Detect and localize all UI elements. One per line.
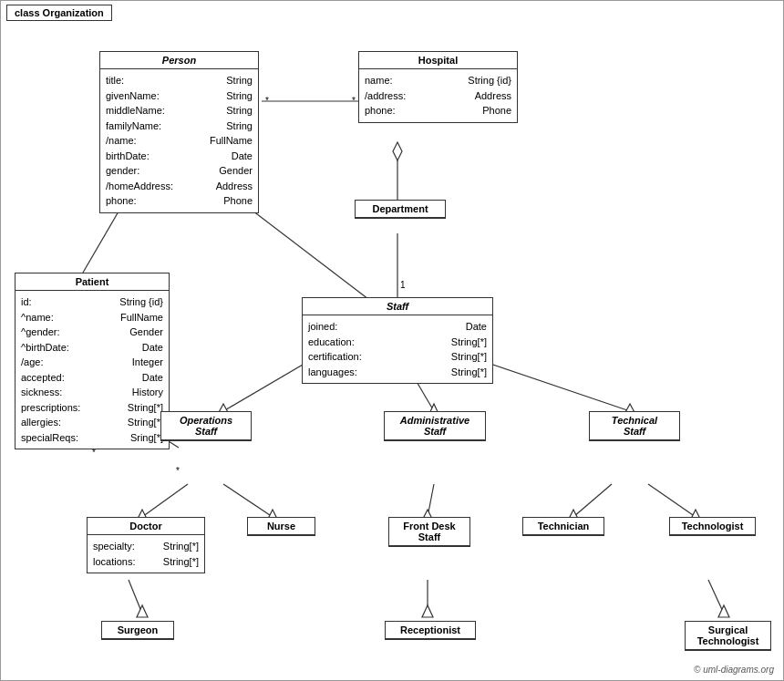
person-attrs: title:String givenName:String middleName…	[100, 69, 258, 212]
surgical-technologist-title: SurgicalTechnologist	[686, 622, 770, 650]
svg-line-23	[648, 484, 696, 517]
class-staff: Staff joined:Date education:String[*] ce…	[302, 297, 493, 384]
class-front-desk-staff: Front DeskStaff	[388, 517, 470, 547]
doctor-attrs: specialty:String[*] locations:String[*]	[88, 535, 204, 573]
surgeon-title: Surgeon	[102, 622, 173, 639]
nurse-title: Nurse	[248, 518, 315, 535]
class-technologist: Technologist	[669, 517, 756, 536]
patient-attrs: id:String {id} ^name:FullName ^gender:Ge…	[15, 291, 169, 449]
svg-line-21	[573, 484, 612, 517]
class-technician: Technician	[522, 517, 604, 536]
class-technical-staff: TechnicalStaff	[589, 411, 680, 441]
administrative-staff-title: AdministrativeStaff	[385, 412, 485, 440]
class-surgeon: Surgeon	[101, 621, 174, 640]
hospital-title: Hospital	[359, 52, 517, 69]
class-department: Department	[355, 200, 446, 219]
copyright-text: © uml-diagrams.org	[694, 665, 774, 675]
mult-hospital-person-1: *	[352, 96, 356, 106]
staff-title: Staff	[303, 298, 492, 315]
technical-staff-title: TechnicalStaff	[590, 412, 679, 440]
class-doctor: Doctor specialty:String[*] locations:Str…	[87, 517, 205, 573]
department-title: Department	[356, 201, 445, 218]
class-hospital: Hospital name:String {id} /address:Addre…	[358, 51, 518, 123]
hospital-attrs: name:String {id} /address:Address phone:…	[359, 69, 517, 122]
technologist-title: Technologist	[670, 518, 755, 535]
operations-staff-title: OperationsStaff	[161, 412, 251, 440]
mult-dept-staff-1: 1	[400, 280, 406, 290]
diagram-container: class Organization	[0, 0, 784, 681]
mult-person-hospital-1: *	[265, 96, 269, 106]
svg-line-17	[223, 484, 273, 517]
staff-attrs: joined:Date education:String[*] certific…	[303, 315, 492, 383]
person-title: Person	[100, 52, 258, 69]
svg-line-29	[708, 580, 724, 614]
svg-marker-6	[393, 142, 402, 160]
receptionist-title: Receptionist	[386, 622, 475, 639]
diagram-title: class Organization	[15, 7, 104, 18]
diagram-label: class Organization	[6, 5, 112, 21]
svg-marker-30	[718, 605, 729, 617]
doctor-title: Doctor	[88, 518, 204, 535]
copyright: © uml-diagrams.org	[694, 665, 774, 675]
class-receptionist: Receptionist	[385, 621, 476, 640]
class-operations-staff: OperationsStaff	[160, 411, 252, 441]
class-person: Person title:String givenName:String mid…	[99, 51, 259, 213]
class-patient: Patient id:String {id} ^name:FullName ^g…	[15, 273, 170, 449]
class-nurse: Nurse	[247, 517, 315, 536]
svg-line-15	[142, 484, 188, 517]
svg-marker-26	[137, 605, 148, 617]
patient-title: Patient	[15, 273, 169, 291]
class-surgical-technologist: SurgicalTechnologist	[685, 621, 771, 651]
front-desk-staff-title: Front DeskStaff	[389, 518, 469, 546]
svg-marker-28	[422, 605, 433, 617]
svg-line-25	[129, 580, 142, 614]
mult-ops-patient: *	[176, 466, 180, 476]
class-administrative-staff: AdministrativeStaff	[384, 411, 486, 441]
technician-title: Technician	[523, 518, 603, 535]
svg-line-19	[428, 484, 434, 517]
